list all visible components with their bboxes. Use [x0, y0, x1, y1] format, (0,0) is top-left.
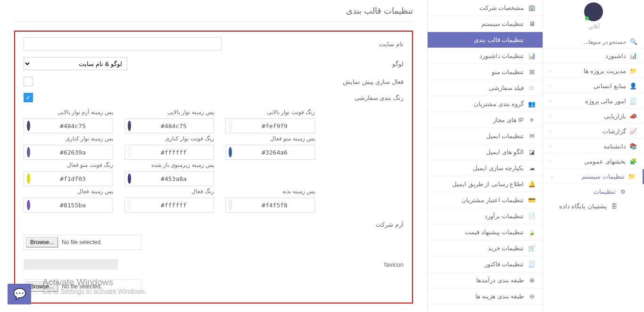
nav-sublabel: تنظیمات	[594, 188, 616, 195]
custom-color-checkbox[interactable]: ✓	[24, 93, 33, 102]
color-swatch[interactable]	[27, 121, 30, 131]
color-input[interactable]	[134, 123, 214, 130]
chevron-down-icon: ⌄	[550, 174, 553, 179]
logo-file-status: No file selected.	[62, 239, 102, 246]
chat-button[interactable]: 💬	[8, 284, 31, 304]
settings-item[interactable]: ⊖طبقه بندی هزینه ها	[428, 288, 543, 304]
nav-icon: 📚	[629, 143, 637, 150]
settings-label: تنظیمات داشبورد	[479, 52, 524, 59]
color-input[interactable]	[33, 202, 113, 209]
settings-item[interactable]: 🔔اطلاع رسانی از طریق ایمیل	[428, 176, 543, 192]
color-field	[124, 171, 214, 186]
nav-icon: 📁	[629, 67, 637, 74]
preview-checkbox[interactable]	[24, 77, 33, 86]
color-input[interactable]	[33, 175, 113, 182]
settings-item[interactable]: 🏢مشخصات شرکت	[428, 0, 543, 16]
label-site-name: نام سایت	[328, 41, 404, 48]
settings-icon: ≡	[528, 116, 536, 123]
color-field-group: رنگ فعال	[124, 188, 214, 213]
search-input[interactable]	[550, 39, 626, 45]
settings-label: تنظیمات خرید	[488, 245, 524, 252]
color-input[interactable]	[235, 123, 314, 130]
nav-label: مدیریت پروژه ها	[551, 67, 626, 74]
settings-item[interactable]: 🛒تنظیمات خرید	[428, 240, 543, 256]
color-input[interactable]	[134, 202, 214, 209]
settings-item[interactable]: 👥گروه بندی مشتریان	[428, 96, 543, 112]
color-field	[225, 145, 315, 160]
color-input[interactable]	[33, 149, 113, 156]
chevron-left-icon: ‹	[550, 159, 551, 164]
settings-icon: ⊖	[528, 293, 536, 300]
nav-item[interactable]: 🧩بخشهای عمومی‹	[543, 154, 644, 169]
logo-browse-button[interactable]: Browse...	[26, 237, 58, 247]
nav-label: امور مالی پروژه	[551, 98, 626, 105]
settings-icon: 🖥	[528, 20, 536, 27]
settings-icon: 📊	[528, 52, 536, 59]
settings-icon: ⊕	[528, 277, 536, 284]
nav-item[interactable]: 📣بازاریابی‹	[543, 109, 644, 124]
color-swatch[interactable]	[229, 147, 232, 157]
favicon-file-status: No file selected.	[62, 283, 102, 290]
nav-item[interactable]: 📈گزارشات‹	[543, 124, 644, 139]
settings-icon: ☆	[528, 84, 536, 91]
color-swatch[interactable]	[229, 200, 232, 210]
settings-icon: ✉	[528, 132, 536, 140]
color-swatch[interactable]	[27, 147, 30, 157]
settings-item[interactable]: 🖥تنظیمات سیستم	[428, 16, 543, 32]
color-label: رنگ فونت نوار کناری	[124, 135, 214, 142]
color-swatch[interactable]	[128, 147, 131, 157]
nav-item[interactable]: 🧾امور مالی پروژه‹	[543, 94, 644, 109]
color-swatch[interactable]	[27, 173, 30, 184]
settings-label: تنظیمات قالب بندی	[474, 36, 524, 43]
settings-item[interactable]: ⊕طبقه بندی درآمدها	[428, 272, 543, 288]
settings-label: تنظیمات منو	[492, 68, 524, 75]
settings-item[interactable]: 🧾تنظیمات فاکتور	[428, 256, 543, 272]
avatar[interactable]	[584, 2, 603, 21]
color-input[interactable]	[235, 149, 314, 156]
settings-item[interactable]: 📊تنظیمات داشبورد	[428, 48, 543, 64]
settings-item[interactable]: 🍃تنظیمات پیشنهاد قیمت	[428, 224, 543, 240]
nav-subitem[interactable]: 🗄پشتیبان پایگاه داده	[543, 199, 644, 213]
settings-icon: 🔔	[528, 181, 536, 188]
nav-item[interactable]: 📁تنظیمات سیستم⌄	[543, 169, 644, 184]
color-swatch[interactable]	[27, 200, 30, 210]
color-swatch[interactable]	[128, 173, 131, 184]
nav-subitem[interactable]: ⚙تنظیمات	[543, 184, 644, 199]
online-status: آنلاین	[543, 23, 644, 30]
color-input[interactable]	[235, 202, 314, 209]
settings-item[interactable]: ☁یکپارچه سازی ایمیل	[428, 160, 543, 176]
settings-sidebar: 🏢مشخصات شرکت🖥تنظیمات سیستمتنظیمات قالب ب…	[427, 0, 543, 312]
color-field	[124, 118, 214, 133]
settings-item[interactable]: 📄تنظیمات برآورد	[428, 208, 543, 224]
color-label: رنگ فونت نوار بالایی	[225, 109, 315, 115]
nav-item[interactable]: 📚دانشنامه‹	[543, 139, 644, 154]
settings-item[interactable]: ◪الگو های ایمیل	[428, 144, 543, 160]
color-swatch[interactable]	[128, 200, 131, 210]
nav-item[interactable]: 👤منابع انسانی‹	[543, 79, 644, 94]
settings-item[interactable]: 💳تنظیمات اعتبار مشتریان	[428, 192, 543, 208]
settings-item[interactable]: تنظیمات قالب بندی	[428, 32, 543, 48]
settings-label: فیلد سفارشی	[489, 84, 524, 91]
color-input[interactable]	[134, 175, 214, 182]
color-label: پس زمینه آرم نوار بالایی	[24, 109, 113, 115]
color-swatch[interactable]	[229, 121, 232, 131]
color-input[interactable]	[134, 149, 214, 156]
color-field-group: پس زمینه نوار بالایی	[124, 109, 214, 133]
nav-icon: 🗄	[610, 203, 619, 210]
settings-item[interactable]: ☆فیلد سفارشی	[428, 80, 543, 96]
settings-item[interactable]: ≡IP های مجاز	[428, 112, 543, 128]
color-input[interactable]	[33, 123, 113, 130]
nav-icon: ⚙	[619, 189, 627, 195]
settings-item[interactable]: ✉تنظیمات ایمیل	[428, 128, 543, 144]
nav-item[interactable]: 📁مدیریت پروژه ها‹	[543, 64, 644, 79]
logo-select[interactable]: لوگو & نام سایت	[24, 57, 127, 70]
settings-icon: 📄	[528, 213, 536, 220]
site-name-input[interactable]	[24, 37, 222, 50]
nav-item[interactable]: 📊داشبورد	[543, 49, 644, 64]
color-swatch[interactable]	[128, 121, 131, 131]
chevron-left-icon: ‹	[550, 83, 551, 89]
settings-icon: ☁	[528, 164, 536, 172]
label-company-logo: آرم شرکت	[328, 221, 404, 228]
color-label: پس زمینه زیرمنوی باز شده	[124, 162, 214, 168]
settings-item[interactable]: ⊞تنظیمات منو	[428, 64, 543, 80]
